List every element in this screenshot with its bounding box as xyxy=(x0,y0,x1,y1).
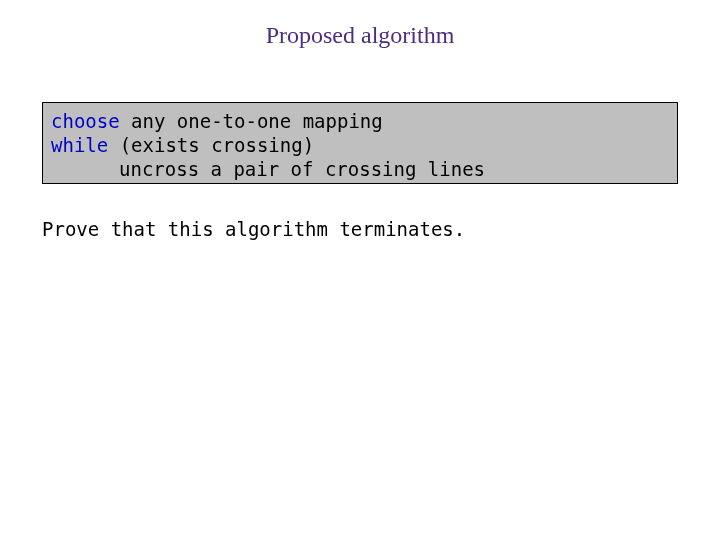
slide: Proposed algorithm choose any one-to-one… xyxy=(0,0,720,540)
algorithm-code-block: choose any one-to-one mapping while (exi… xyxy=(42,102,678,184)
slide-title: Proposed algorithm xyxy=(0,22,720,49)
code-text: uncross a pair of crossing lines xyxy=(119,158,485,180)
code-line-1: choose any one-to-one mapping xyxy=(51,109,669,133)
code-line-2: while (exists crossing) xyxy=(51,133,669,157)
code-line-3: uncross a pair of crossing lines xyxy=(51,157,669,181)
code-text: (exists crossing) xyxy=(108,134,314,156)
keyword-choose: choose xyxy=(51,110,120,132)
keyword-while: while xyxy=(51,134,108,156)
code-text: any one-to-one mapping xyxy=(120,110,383,132)
prompt-text: Prove that this algorithm terminates. xyxy=(42,218,465,240)
